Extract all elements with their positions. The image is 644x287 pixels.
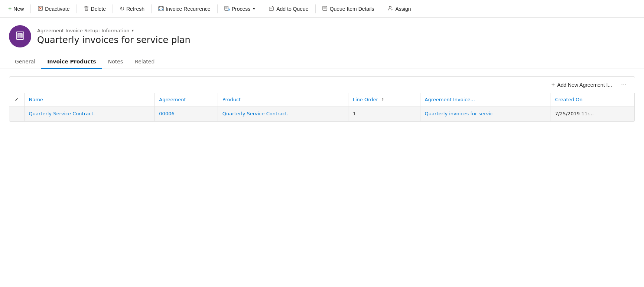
list-header-bar: + Add New Agreement I... ···: [9, 77, 635, 93]
refresh-label: Refresh: [126, 6, 144, 12]
assign-icon: [388, 6, 393, 12]
invoice-recurrence-icon: [158, 6, 164, 12]
svg-rect-9: [162, 6, 163, 7]
record-header: Agreement Invoice Setup: Information ▾ Q…: [0, 18, 644, 51]
invoice-products-list: + Add New Agreement I... ··· ✓ Name Agre…: [9, 76, 635, 122]
row-line-order-cell: 1: [348, 106, 420, 121]
delete-label: Delete: [91, 6, 106, 12]
col-check[interactable]: ✓: [9, 93, 24, 106]
row-agreement-invoice-cell[interactable]: Quarterly invoices for servic: [420, 106, 550, 121]
add-new-icon: +: [552, 82, 555, 88]
new-icon: +: [8, 6, 12, 12]
process-icon: [224, 6, 230, 12]
svg-rect-4: [84, 6, 88, 7]
line-order-sort-icon: ↑: [381, 98, 384, 102]
add-to-queue-label: Add to Queue: [276, 6, 308, 12]
table-header-row: ✓ Name Agreement Product Line Order ↑ Ag…: [9, 93, 635, 106]
table-row[interactable]: Quarterly Service Contract. 00006 Quarte…: [9, 106, 635, 121]
add-new-label: Add New Agreement I...: [557, 82, 612, 88]
tabs-bar: General Invoice Products Notes Related: [0, 55, 644, 69]
toolbar: + New Deactivate Delete ↻ Refresh: [0, 0, 644, 18]
new-button[interactable]: + New: [4, 3, 27, 14]
row-check-cell: [9, 106, 24, 121]
deactivate-label: Deactivate: [45, 6, 69, 12]
tab-invoice-products[interactable]: Invoice Products: [41, 55, 102, 69]
deactivate-button[interactable]: Deactivate: [34, 3, 73, 14]
col-created-on[interactable]: Created On: [550, 93, 635, 106]
row-agreement-cell[interactable]: 00006: [155, 106, 218, 121]
refresh-icon: ↻: [120, 5, 124, 12]
page-title: Quarterly invoices for service plan: [37, 35, 191, 45]
tab-related[interactable]: Related: [129, 55, 160, 69]
add-to-queue-icon: [269, 6, 274, 12]
header-text-block: Agreement Invoice Setup: Information ▾ Q…: [37, 28, 191, 45]
col-line-order[interactable]: Line Order ↑: [348, 93, 420, 106]
divider-7: [315, 4, 316, 13]
deactivate-icon: [38, 6, 43, 12]
divider-2: [77, 4, 77, 13]
col-product[interactable]: Product: [218, 93, 348, 106]
invoice-recurrence-button[interactable]: Invoice Recurrence: [155, 3, 214, 14]
new-label: New: [13, 6, 24, 12]
divider-1: [30, 4, 31, 13]
divider-3: [113, 4, 113, 13]
breadcrumb-chevron-icon: ▾: [132, 28, 134, 33]
queue-item-details-icon: [322, 6, 328, 12]
add-new-agreement-button[interactable]: + Add New Agreement I...: [549, 80, 614, 90]
delete-button[interactable]: Delete: [80, 3, 110, 14]
queue-item-details-button[interactable]: Queue Item Details: [319, 3, 378, 14]
invoice-recurrence-label: Invoice Recurrence: [166, 6, 211, 12]
divider-6: [262, 4, 262, 13]
delete-icon: [84, 6, 89, 12]
content-area: + Add New Agreement I... ··· ✓ Name Agre…: [0, 69, 644, 129]
process-chevron-icon: ▾: [253, 6, 255, 11]
more-options-button[interactable]: ···: [619, 80, 629, 89]
assign-button[interactable]: Assign: [384, 3, 414, 14]
add-to-queue-button[interactable]: Add to Queue: [265, 3, 312, 14]
svg-rect-8: [159, 6, 160, 7]
tab-general[interactable]: General: [9, 55, 41, 69]
process-label: Process: [232, 6, 251, 12]
breadcrumb-text: Agreement Invoice Setup: Information: [37, 28, 130, 33]
check-icon: ✓: [14, 97, 19, 102]
process-button[interactable]: Process ▾: [221, 3, 259, 14]
invoice-products-table: ✓ Name Agreement Product Line Order ↑ Ag…: [9, 93, 635, 121]
col-agreement[interactable]: Agreement: [155, 93, 218, 106]
ellipsis-icon: ···: [621, 81, 627, 88]
divider-8: [381, 4, 381, 13]
queue-item-details-label: Queue Item Details: [330, 6, 374, 12]
divider-5: [217, 4, 218, 13]
svg-point-28: [389, 6, 391, 8]
row-created-on-cell: 7/25/2019 11:...: [550, 106, 635, 121]
tab-notes[interactable]: Notes: [102, 55, 129, 69]
assign-label: Assign: [395, 6, 411, 12]
row-product-cell[interactable]: Quarterly Service Contract.: [218, 106, 348, 121]
svg-rect-3: [85, 6, 87, 6]
record-icon: [15, 31, 25, 42]
refresh-button[interactable]: ↻ Refresh: [116, 3, 148, 14]
divider-4: [151, 4, 152, 13]
breadcrumb[interactable]: Agreement Invoice Setup: Information ▾: [37, 28, 191, 33]
col-agreement-invoice[interactable]: Agreement Invoice...: [420, 93, 550, 106]
avatar: [9, 25, 31, 47]
col-name[interactable]: Name: [24, 93, 155, 106]
row-name-cell[interactable]: Quarterly Service Contract.: [24, 106, 155, 121]
